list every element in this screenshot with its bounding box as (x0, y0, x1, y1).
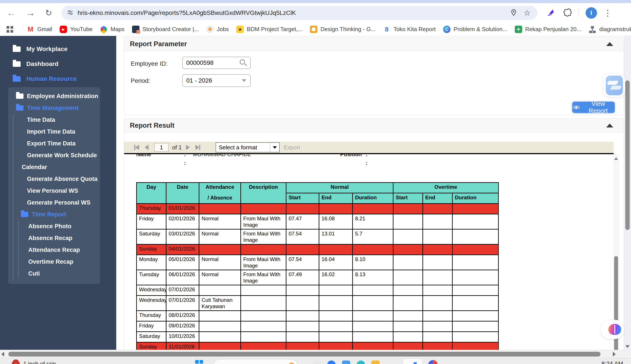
profile-avatar[interactable]: I (586, 7, 597, 18)
scroll-right-arrow-icon[interactable] (613, 352, 616, 356)
taskbar-app-icon[interactable] (371, 360, 380, 364)
scroll-up-arrow-icon[interactable] (614, 157, 618, 160)
period-select[interactable]: 01 - 2026 (182, 74, 251, 87)
sidebar-item[interactable]: Export Time Data (8, 138, 100, 149)
site-settings-icon[interactable] (67, 9, 74, 17)
taskbar-active-app[interactable] (403, 359, 422, 364)
previous-page-button[interactable] (145, 145, 148, 150)
taskbar-app-icon[interactable] (342, 360, 350, 364)
cell-normal-start (286, 342, 319, 351)
cell-overtime-duration (453, 321, 499, 332)
first-page-button[interactable] (134, 145, 139, 150)
bookmark-item[interactable]: Toko Kita Report (383, 26, 436, 33)
cell-day: Saturday (137, 229, 166, 244)
sidebar-item[interactable]: Time Report (8, 208, 100, 220)
sidebar-item-label: Employee Administration (27, 93, 98, 100)
cell-overtime-end (423, 311, 453, 321)
bookmark-item[interactable]: Maps (100, 26, 125, 33)
scroll-left-arrow-icon[interactable] (1, 352, 4, 356)
bookmark-item[interactable]: Storyboard Creator |... (132, 26, 199, 33)
page-horizontal-scrollbar[interactable] (0, 350, 631, 358)
weather-alert-icon[interactable]: 1 (12, 360, 20, 364)
cell-attendance (199, 332, 241, 342)
apps-grid-icon[interactable] (7, 26, 13, 33)
bookmark-item[interactable]: Jobs (206, 26, 229, 33)
sidebar-item[interactable]: Attendance Recap (8, 244, 100, 256)
sidebar-item[interactable]: My Workplace (0, 42, 116, 56)
collapse-arrow-icon[interactable] (606, 42, 613, 46)
bookmark-item[interactable]: YouTube (60, 26, 93, 33)
bookmark-item[interactable]: diagramstruktur.dra... (589, 26, 631, 33)
bookmark-item[interactable]: BDM Project Target,... (236, 26, 302, 33)
sidebar-item-label: Time Data (27, 116, 55, 123)
cell-normal-end (319, 332, 353, 342)
floating-widget-button[interactable] (603, 74, 625, 97)
scroll-down-arrow-icon[interactable] (625, 345, 630, 348)
cell-day: Wednesday (137, 285, 166, 296)
taskbar-search-box[interactable] (214, 359, 298, 364)
bookmark-item[interactable]: Problem & Solution... (443, 26, 507, 33)
export-link[interactable]: Export (284, 144, 300, 151)
rocket-extension-icon[interactable] (546, 8, 555, 18)
taskbar-app-icon[interactable] (327, 360, 336, 364)
sidebar-item[interactable]: Calendar (8, 161, 100, 173)
last-page-button[interactable] (195, 145, 200, 150)
taskbar-clock[interactable]: 8:24 AM (601, 360, 623, 364)
forward-icon[interactable]: → (26, 8, 35, 18)
sidebar-item[interactable]: Overtime Recap (8, 256, 100, 268)
bookmark-item[interactable]: Gmail (27, 26, 52, 33)
bookmark-item[interactable]: Rekap Penjualan 20... (515, 26, 581, 33)
cell-overtime-end (423, 255, 453, 270)
taskbar-app-icon[interactable] (313, 360, 321, 364)
collapse-arrow-icon[interactable] (606, 124, 613, 128)
cell-day: Monday (137, 255, 166, 270)
cell-day: Thursday (137, 204, 166, 214)
extensions-puzzle-icon[interactable] (563, 8, 572, 18)
sidebar-item[interactable]: Import Time Data (8, 126, 100, 138)
taskbar-app-icon[interactable] (357, 360, 365, 364)
bookmark-label: Toko Kita Report (393, 26, 436, 33)
sidebar-item[interactable]: Absence Photo (8, 220, 100, 232)
sidebar-item-label: Export Time Data (27, 140, 76, 147)
view-report-button[interactable]: View Report (572, 102, 614, 113)
cell-description (241, 332, 286, 342)
reload-icon[interactable]: ↻ (45, 9, 52, 17)
sidebar-item[interactable]: Human Resource (0, 72, 116, 86)
sidebar-item[interactable]: Generate Absence Quota (8, 173, 100, 185)
location-pin-icon[interactable] (510, 9, 517, 17)
cell-normal-duration (353, 204, 393, 214)
cell-attendance (199, 311, 241, 321)
sidebar-item[interactable]: Time Management (8, 102, 100, 114)
colon: : (366, 160, 367, 166)
taskbar-app-icon[interactable] (428, 360, 438, 364)
col-overtime-start: Start (393, 193, 423, 204)
address-bar[interactable]: hris-ekno.minovais.com/Page/reports?5LxA… (61, 6, 537, 20)
bookmark-favicon (443, 26, 451, 33)
assistant-widget-button[interactable] (600, 320, 624, 339)
cell-date: 07/01/2026 (166, 285, 199, 296)
sidebar-item[interactable]: Cuti (8, 268, 100, 280)
scrollbar-thumb[interactable] (625, 80, 630, 230)
sidebar-item[interactable]: Employee Administration (8, 90, 100, 102)
sidebar-item[interactable]: Time Data (8, 114, 100, 126)
sidebar-item[interactable]: Generate Work Schedule (8, 149, 100, 161)
browser-menu-icon[interactable]: ⋮ (603, 8, 612, 18)
sidebar-item[interactable]: Generate Personal WS (8, 197, 100, 208)
bookmark-item[interactable]: Design Thinking - G... (310, 26, 375, 33)
search-icon[interactable] (240, 59, 245, 64)
cell-overtime-end (423, 285, 453, 296)
sidebar-item[interactable]: View Personal WS (8, 185, 100, 197)
cell-attendance (199, 244, 241, 255)
bookmark-star-icon[interactable]: ☆ (524, 8, 531, 18)
scrollbar-thumb[interactable] (8, 352, 600, 356)
export-format-select[interactable]: Select a format (216, 142, 280, 152)
back-icon[interactable]: ← (7, 8, 16, 18)
windows-start-icon[interactable] (195, 360, 203, 364)
weather-label[interactable]: 1 inch of rain (23, 360, 56, 364)
page-number-input[interactable] (154, 143, 169, 152)
next-page-button[interactable] (186, 145, 190, 150)
table-row: Thursday 08/01/2026 (137, 311, 499, 321)
sidebar-item[interactable]: Absence Recap (8, 232, 100, 244)
sidebar-item[interactable]: Dashboard (0, 56, 116, 72)
cell-overtime-end (423, 270, 453, 285)
